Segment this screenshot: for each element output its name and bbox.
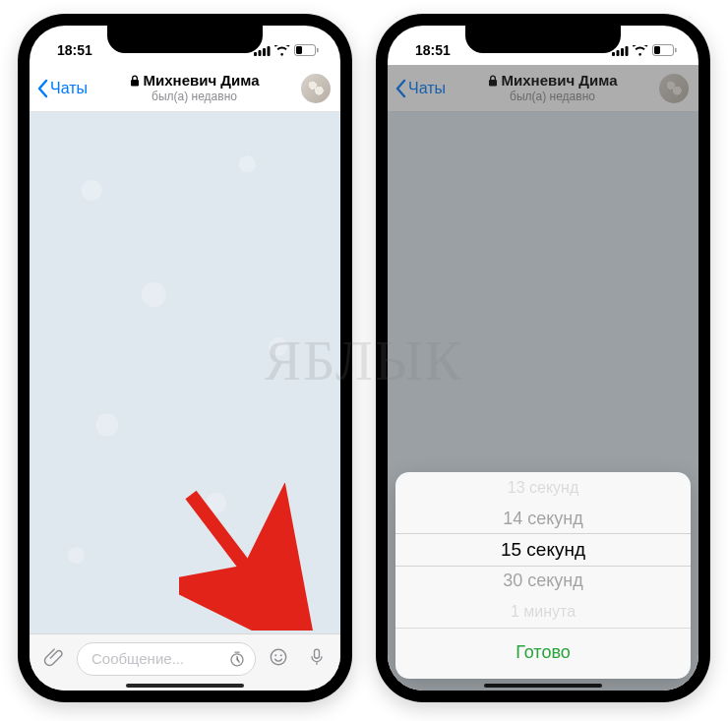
picker-option[interactable]: 1 минута [511,596,576,628]
sticker-button[interactable] [262,640,295,678]
timer-picker-sheet: 13 секунд 14 секунд 15 секунд 30 секунд … [395,472,691,679]
last-seen: был(а) недавно [88,90,301,104]
svg-rect-1 [259,50,262,56]
phone-right: 18:51 Чаты Михневи [376,14,710,702]
screen-right: 18:51 Чаты Михневи [388,26,698,691]
home-indicator[interactable] [126,684,244,688]
mic-button[interactable] [301,640,333,678]
svg-rect-0 [254,52,257,56]
back-label: Чаты [50,80,88,97]
svg-rect-15 [617,50,620,56]
mic-icon [307,646,327,668]
attach-button[interactable] [37,640,71,678]
svg-rect-2 [263,48,266,56]
picker-option[interactable]: 14 секунд [503,504,583,535]
self-destruct-timer-button[interactable] [227,649,247,669]
paperclip-icon [43,646,65,668]
svg-point-9 [271,649,285,664]
status-indicators [612,44,677,56]
chat-background [30,112,340,633]
chat-navbar: Чаты Михневич Дима был(а) недавно [30,65,340,112]
screen-left: 18:51 Чаты Михневич Дима был( [30,26,340,691]
avatar[interactable] [301,74,331,103]
svg-rect-3 [268,46,271,56]
picker-option[interactable]: 30 секунд [503,566,583,597]
message-input[interactable]: Сообщение... [77,642,256,676]
status-time: 18:51 [57,42,92,58]
battery-icon [652,44,677,56]
status-time: 18:51 [415,42,451,58]
chat-title: Михневич Дима [144,72,260,89]
chevron-left-icon [35,79,49,98]
notch [107,26,263,53]
svg-rect-14 [612,52,615,56]
svg-rect-5 [296,46,302,54]
notch [465,26,621,53]
svg-rect-16 [621,48,624,56]
svg-point-10 [274,654,276,656]
done-button[interactable]: Готово [395,628,691,679]
svg-rect-19 [654,46,660,54]
phone-left: 18:51 Чаты Михневич Дима был( [18,14,352,702]
sticker-icon [268,646,289,668]
picker-option[interactable]: 13 секунд [508,472,579,504]
message-placeholder: Сообщение... [91,650,184,667]
wifi-icon [633,45,648,56]
svg-rect-7 [131,80,139,87]
battery-icon [294,44,319,56]
picker-option-selected[interactable]: 15 секунд [501,534,585,566]
lock-icon [130,75,140,87]
svg-rect-6 [317,48,319,53]
wifi-icon [274,45,290,56]
timer-picker[interactable]: 13 секунд 14 секунд 15 секунд 30 секунд … [395,472,691,628]
timer-icon [227,649,247,669]
home-indicator[interactable] [484,684,602,688]
back-button[interactable]: Чаты [35,79,88,98]
chat-doodle-pattern [30,112,340,633]
message-input-bar: Сообщение... [30,633,340,691]
svg-rect-17 [626,46,629,56]
status-indicators [254,44,319,56]
svg-point-11 [280,654,282,656]
svg-rect-12 [315,649,320,658]
svg-rect-20 [675,48,677,53]
chat-title-block[interactable]: Михневич Дима был(а) недавно [88,72,301,104]
